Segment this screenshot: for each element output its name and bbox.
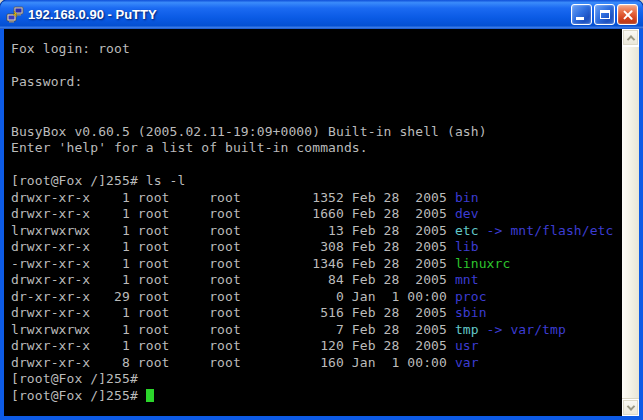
window-controls	[571, 4, 638, 25]
terminal-line: Password:	[11, 74, 621, 91]
maximize-icon	[600, 10, 610, 19]
terminal-lines: Fox login: rootPassword:BusyBox v0.60.5 …	[11, 41, 621, 416]
terminal-line: Fox login: root	[11, 41, 621, 58]
terminal-line: drwxr-xr-x 1 root root 1352 Feb 28 2005 …	[11, 190, 621, 207]
terminal-line: drwxr-xr-x 1 root root 308 Feb 28 2005 l…	[11, 239, 621, 256]
terminal-line	[11, 58, 621, 75]
scrollbar-thumb[interactable]	[622, 46, 639, 399]
chevron-up-icon	[626, 35, 634, 43]
terminal-line: [root@Fox /]255#	[11, 388, 621, 405]
scrollbar[interactable]	[622, 29, 639, 416]
minimize-icon	[576, 17, 584, 20]
terminal-line: drwxr-xr-x 1 root root 120 Feb 28 2005 u…	[11, 338, 621, 355]
terminal-screen[interactable]: Fox login: rootPassword:BusyBox v0.60.5 …	[4, 29, 639, 416]
putty-window: 192.168.0.90 - PuTTY Fox login: rootPass…	[0, 0, 643, 420]
terminal-line: drwxr-xr-x 1 root root 1660 Feb 28 2005 …	[11, 206, 621, 223]
terminal-line: drwxr-xr-x 8 root root 160 Jan 1 00:00 v…	[11, 355, 621, 372]
terminal-line: Enter 'help' for a list of built-in comm…	[11, 140, 621, 157]
title-bar[interactable]: 192.168.0.90 - PuTTY	[0, 0, 643, 29]
chevron-down-icon	[626, 402, 634, 410]
terminal-line: drwxr-xr-x 1 root root 84 Feb 28 2005 mn…	[11, 272, 621, 289]
terminal-line: dr-xr-xr-x 29 root root 0 Jan 1 00:00 pr…	[11, 289, 621, 306]
terminal-line	[11, 91, 621, 108]
terminal-line: -rwxr-xr-x 1 root root 1346 Feb 28 2005 …	[11, 256, 621, 273]
scroll-up-button[interactable]	[622, 29, 639, 46]
scroll-down-button[interactable]	[622, 399, 639, 416]
close-icon	[618, 5, 637, 24]
maximize-button[interactable]	[594, 4, 615, 25]
window-title: 192.168.0.90 - PuTTY	[28, 7, 571, 22]
terminal-line: drwxr-xr-x 1 root root 516 Feb 28 2005 s…	[11, 305, 621, 322]
terminal-cursor	[146, 389, 154, 402]
terminal-line	[11, 107, 621, 124]
terminal-line: [root@Fox /]255#	[11, 371, 621, 388]
terminal-line: lrwxrwxrwx 1 root root 7 Feb 28 2005 tmp…	[11, 322, 621, 339]
minimize-button[interactable]	[571, 4, 592, 25]
terminal-line: BusyBox v0.60.5 (2005.02.11-19:09+0000) …	[11, 124, 621, 141]
terminal-line	[11, 157, 621, 174]
terminal-line: lrwxrwxrwx 1 root root 13 Feb 28 2005 et…	[11, 223, 621, 240]
close-button[interactable]	[617, 4, 638, 25]
terminal-line: [root@Fox /]255# ls -l	[11, 173, 621, 190]
putty-icon[interactable]	[6, 6, 24, 24]
